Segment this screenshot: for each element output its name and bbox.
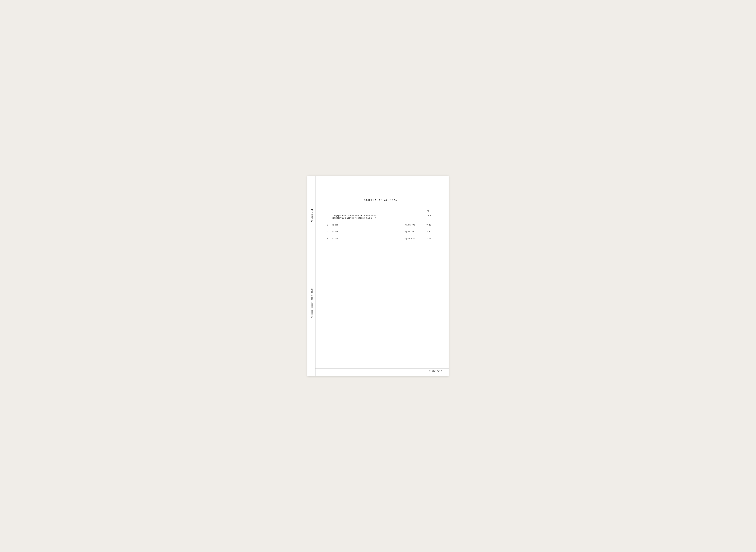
- toc-item-1-line2: комплектам рабочих чертежей марки ТХ: [332, 217, 405, 219]
- toc-item-2-number: 2.: [327, 224, 332, 226]
- toc-item-4-pages: I8–20: [425, 238, 440, 240]
- toc-item-4: 4. То же марки АВК I8–20: [327, 238, 440, 240]
- toc-item-2-text: То же: [332, 224, 404, 226]
- toc-item-3-text: То же: [332, 231, 402, 233]
- doc-number: 21516-03 3: [429, 370, 442, 373]
- toc-item-4-text: То же: [332, 238, 402, 240]
- toc-item-2-pages: 9–II: [426, 224, 440, 226]
- toc-item-2-mark: марки ОВ: [404, 224, 426, 226]
- album-label: Альбом III: [311, 209, 313, 222]
- main-content: СОДЕРЖАНИЕ АЛЬБОМА стр. I. Спецификации …: [321, 189, 440, 366]
- page-number-top: 2: [441, 180, 442, 183]
- toc-item-3-pages: I2–I7: [425, 231, 440, 233]
- toc-item-1: I. Спецификации оборудования к основным …: [327, 215, 440, 219]
- toc-item-3-label: То же: [332, 231, 338, 233]
- toc-item-3-number: 3.: [327, 231, 332, 233]
- str-header: стр.: [327, 210, 431, 212]
- toc-item-3: 3. То же марки ЭМ I2–I7: [327, 231, 440, 233]
- toc-item-2: 2. То же марки ОВ 9–II: [327, 224, 440, 226]
- toc-item-1-line1: Спецификации оборудования к основным: [332, 215, 405, 217]
- toc-item-2-label: То же: [332, 224, 338, 226]
- toc-item-3-mark: марки ЭМ: [402, 231, 425, 233]
- page-title: СОДЕРЖАНИЕ АЛЬБОМА: [321, 199, 440, 201]
- toc-item-1-text: Спецификации оборудования к основным ком…: [332, 215, 405, 219]
- bottom-border-line: [315, 368, 449, 369]
- project-label: Типовой проект 903-5-22.86: [311, 287, 313, 318]
- document-page: 2 Альбом III Типовой проект 903-5-22.86 …: [307, 176, 449, 376]
- toc-item-4-label: То же: [332, 238, 338, 240]
- toc-item-1-number: I.: [327, 215, 332, 217]
- table-of-contents: стр. I. Спецификации оборудования к осно…: [327, 210, 440, 240]
- top-border-line: [315, 176, 449, 176]
- toc-item-1-pages: 3–8: [428, 215, 440, 217]
- toc-item-4-number: 4.: [327, 238, 332, 240]
- toc-item-4-mark: марки АВК: [402, 238, 425, 240]
